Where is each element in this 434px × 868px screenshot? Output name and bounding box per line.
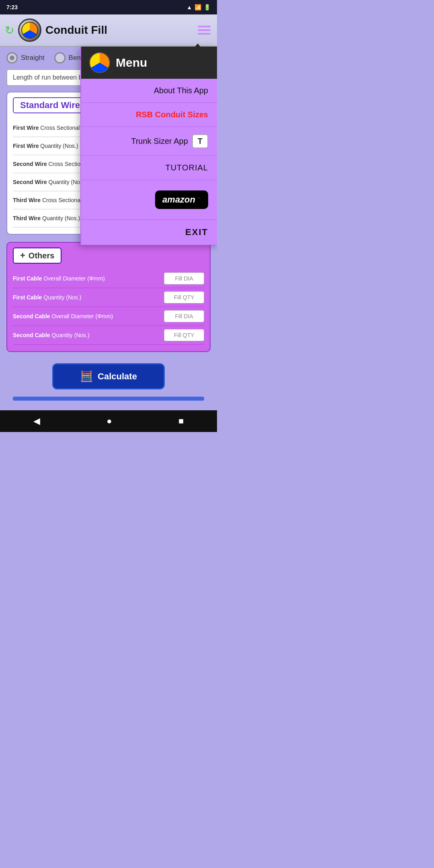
first-cable-qty-row: First Cable Quantity (Nos.) Fill QTY xyxy=(13,288,204,307)
first-cable-qty-input[interactable]: Fill QTY xyxy=(164,291,204,303)
exit-label: EXIT xyxy=(185,227,208,237)
first-cable-dia-row: First Cable Overall Diameter (Φmm) Fill … xyxy=(13,269,204,288)
nav-bar: ◀ ● ■ xyxy=(0,410,217,432)
wifi-icon: ▲ xyxy=(186,4,192,10)
battery-icon: 🔋 xyxy=(204,4,211,10)
second-cable-qty-input[interactable]: Fill QTY xyxy=(164,329,204,341)
back-button[interactable]: ◀ xyxy=(33,416,40,426)
second-cable-dia-label: Second Cable Overall Diameter (Φmm) xyxy=(13,313,161,319)
radio-bent[interactable]: Bent xyxy=(54,52,83,63)
second-cable-dia-input[interactable]: Fill DIA xyxy=(164,310,204,322)
calculate-button[interactable]: 🧮 Calculate xyxy=(52,363,165,389)
trunk-label: Trunk Sizer App xyxy=(131,137,188,146)
menu-title: Menu xyxy=(116,56,147,70)
time: 7:23 xyxy=(6,4,18,10)
status-icons: ▲ 📶 🔋 xyxy=(186,4,211,10)
about-label: About This App xyxy=(154,86,208,95)
amazon-button[interactable]: amazon ⌒ xyxy=(155,190,208,209)
tutorial-label: TUTORIAL xyxy=(165,163,208,172)
others-label-text: Others xyxy=(29,251,54,260)
refresh-button[interactable]: ↻ xyxy=(5,24,14,37)
app-logo xyxy=(18,18,41,42)
radio-straight[interactable]: Straight xyxy=(6,52,45,63)
hamburger-line-2 xyxy=(198,29,211,31)
top-bar: ↻ Conduit Fill xyxy=(0,14,217,47)
menu-item-rsb[interactable]: RSB Conduit Sizes xyxy=(81,103,217,127)
second-cable-qty-label: Second Cable Quantity (Nos.) xyxy=(13,332,161,338)
second-cable-qty-row: Second Cable Quantity (Nos.) Fill QTY xyxy=(13,326,204,345)
signal-icon: 📶 xyxy=(194,4,201,10)
plus-icon: + xyxy=(20,250,25,261)
first-cable-dia-input[interactable]: Fill DIA xyxy=(164,272,204,285)
first-cable-dia-label: First Cable Overall Diameter (Φmm) xyxy=(13,275,161,282)
calculator-icon: 🧮 xyxy=(80,370,93,383)
second-cable-dia-row: Second Cable Overall Diameter (Φmm) Fill… xyxy=(13,307,204,326)
home-button[interactable]: ● xyxy=(106,416,112,426)
menu-item-tutorial[interactable]: TUTORIAL xyxy=(81,156,217,180)
menu-overlay: Menu About This App RSB Conduit Sizes Tr… xyxy=(80,47,217,245)
length-input-text: Length of run between b xyxy=(13,74,82,81)
hamburger-line-1 xyxy=(198,26,211,27)
menu-button[interactable] xyxy=(196,24,212,36)
app-title: Conduit Fill xyxy=(45,24,196,37)
bottom-strip xyxy=(13,397,204,401)
radio-straight-circle[interactable] xyxy=(6,52,18,63)
menu-item-exit[interactable]: EXIT xyxy=(81,220,217,245)
menu-arrow xyxy=(190,43,205,52)
menu-item-amazon[interactable]: amazon ⌒ xyxy=(81,180,217,220)
amazon-arrow-icon: ⌒ xyxy=(197,197,201,203)
app-logo-inner xyxy=(21,22,38,39)
menu-logo xyxy=(89,52,110,73)
recents-button[interactable]: ■ xyxy=(178,416,184,426)
others-label: + Others xyxy=(13,248,61,264)
others-card: + Others First Cable Overall Diameter (Φ… xyxy=(6,242,211,352)
trunk-badge: T xyxy=(192,134,208,148)
radio-bent-circle[interactable] xyxy=(54,52,66,63)
menu-item-trunk[interactable]: Trunk Sizer App T xyxy=(81,127,217,156)
radio-straight-label: Straight xyxy=(21,54,45,62)
hamburger-line-3 xyxy=(198,33,211,35)
amazon-text: amazon xyxy=(162,194,195,205)
menu-item-about[interactable]: About This App xyxy=(81,79,217,103)
first-cable-qty-label: First Cable Quantity (Nos.) xyxy=(13,294,161,301)
status-bar: 7:23 ▲ 📶 🔋 xyxy=(0,0,217,14)
calculate-label: Calculate xyxy=(98,371,137,382)
trunk-badge-text: T xyxy=(198,137,203,145)
rsb-label: RSB Conduit Sizes xyxy=(136,110,208,119)
